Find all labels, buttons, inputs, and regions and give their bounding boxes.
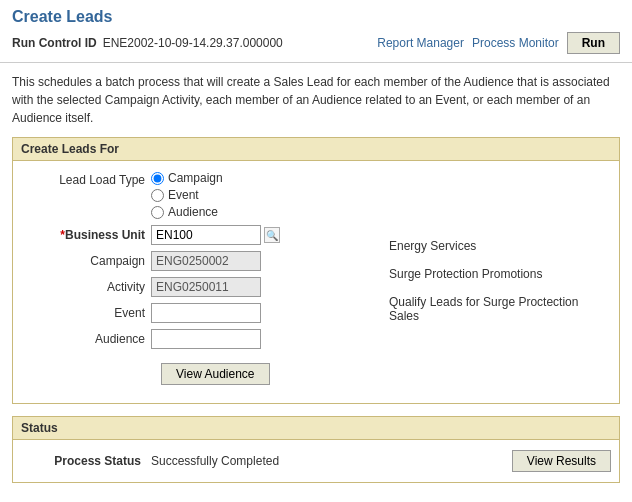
status-row: Process Status Successfully Completed Vi… bbox=[13, 440, 619, 482]
report-manager-link[interactable]: Report Manager bbox=[377, 36, 464, 50]
audience-row: Audience bbox=[21, 329, 381, 349]
event-row: Event bbox=[21, 303, 381, 323]
radio-event-label: Event bbox=[168, 188, 199, 202]
run-control-id-value: ENE2002-10-09-14.29.37.000000 bbox=[103, 36, 283, 50]
campaign-row: Campaign bbox=[21, 251, 381, 271]
business-unit-input[interactable] bbox=[151, 225, 261, 245]
radio-audience-label: Audience bbox=[168, 205, 218, 219]
radio-event[interactable] bbox=[151, 189, 164, 202]
process-status-label: Process Status bbox=[21, 454, 151, 468]
activity-desc: Qualify Leads for Surge Proctection Sale… bbox=[389, 295, 611, 323]
radio-campaign-label: Campaign bbox=[168, 171, 223, 185]
process-monitor-link[interactable]: Process Monitor bbox=[472, 36, 559, 50]
business-unit-row: *Business Unit 🔍 bbox=[21, 225, 381, 245]
view-results-button[interactable]: View Results bbox=[512, 450, 611, 472]
campaign-desc: Surge Protection Promotions bbox=[389, 267, 611, 281]
business-unit-desc: Energy Services bbox=[389, 239, 611, 253]
status-section: Status Process Status Successfully Compl… bbox=[12, 416, 620, 483]
campaign-label: Campaign bbox=[21, 254, 151, 268]
form-cols: Lead Load Type Campaign Event Audienc bbox=[21, 171, 611, 355]
radio-campaign[interactable] bbox=[151, 172, 164, 185]
run-control-id-label: Run Control ID bbox=[12, 36, 97, 50]
activity-label: Activity bbox=[21, 280, 151, 294]
audience-label: Audience bbox=[21, 332, 151, 346]
process-status-value: Successfully Completed bbox=[151, 454, 512, 468]
event-label: Event bbox=[21, 306, 151, 320]
audience-input[interactable] bbox=[151, 329, 261, 349]
event-input[interactable] bbox=[151, 303, 261, 323]
radio-audience[interactable] bbox=[151, 206, 164, 219]
run-control-links: Report Manager Process Monitor Run bbox=[377, 32, 620, 54]
right-col-spacer bbox=[389, 173, 611, 237]
create-leads-for-section: Create Leads For Lead Load Type Campaign… bbox=[12, 137, 620, 404]
description: This schedules a batch process that will… bbox=[0, 63, 632, 137]
run-control-bar: Run Control ID ENE2002-10-09-14.29.37.00… bbox=[12, 32, 620, 54]
status-title: Status bbox=[13, 417, 619, 440]
business-unit-lookup-icon[interactable]: 🔍 bbox=[264, 227, 280, 243]
create-leads-for-content: Lead Load Type Campaign Event Audienc bbox=[13, 161, 619, 403]
run-control-left: Run Control ID ENE2002-10-09-14.29.37.00… bbox=[12, 36, 283, 50]
radio-event-item[interactable]: Event bbox=[151, 188, 223, 202]
page-title: Create Leads bbox=[12, 8, 620, 26]
campaign-input[interactable] bbox=[151, 251, 261, 271]
lead-load-type-radio-group: Campaign Event Audience bbox=[151, 171, 223, 219]
page-footer: Refresh bbox=[0, 495, 632, 502]
radio-audience-item[interactable]: Audience bbox=[151, 205, 223, 219]
lead-load-type-row: Lead Load Type Campaign Event Audienc bbox=[21, 171, 381, 219]
form-col-right: Energy Services Surge Protection Promoti… bbox=[381, 171, 611, 355]
activity-row: Activity bbox=[21, 277, 381, 297]
view-audience-button[interactable]: View Audience bbox=[161, 363, 270, 385]
create-leads-for-title: Create Leads For bbox=[13, 138, 619, 161]
form-col-left: Lead Load Type Campaign Event Audienc bbox=[21, 171, 381, 355]
activity-input[interactable] bbox=[151, 277, 261, 297]
run-button[interactable]: Run bbox=[567, 32, 620, 54]
page-header: Create Leads Run Control ID ENE2002-10-0… bbox=[0, 0, 632, 63]
radio-campaign-item[interactable]: Campaign bbox=[151, 171, 223, 185]
view-audience-row: View Audience bbox=[21, 355, 611, 393]
business-unit-label: *Business Unit bbox=[21, 228, 151, 242]
lead-load-type-label: Lead Load Type bbox=[21, 171, 151, 187]
